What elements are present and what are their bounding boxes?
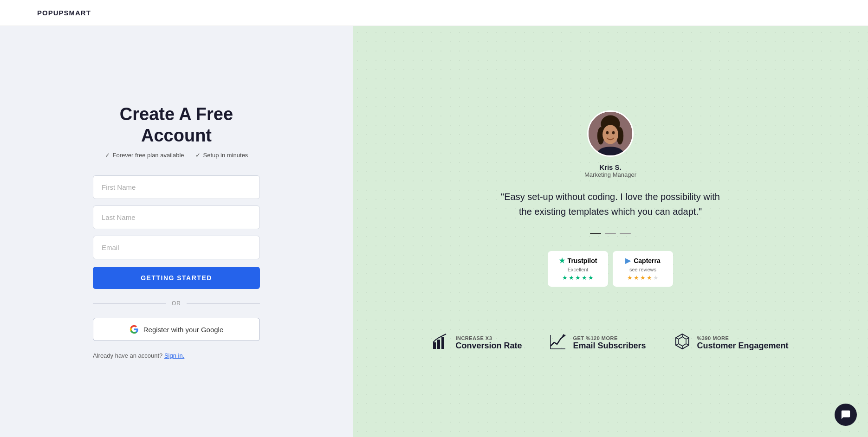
stat-email: GET %120 MORE Email Subscribers [550,333,646,353]
svg-marker-13 [679,337,686,346]
chat-icon [841,410,851,420]
header: POPUPSMART [0,0,868,26]
left-panel: Create A Free Account ✓ Forever free pla… [0,0,353,437]
form-badges: ✓ Forever free plan available ✓ Setup in… [93,152,260,159]
line-chart-icon [550,333,566,350]
stat-email-label-main: Email Subscribers [573,341,646,351]
trustpilot-header: ★ Trustpilot [559,257,597,265]
stat-engagement-label-top: %390 MORE [697,335,789,341]
conversion-icon [432,333,449,353]
google-icon [130,325,139,334]
testimonial-quote: "Easy set-up without coding. I love the … [494,189,726,219]
stat-conversion-label-top: INCREASE X3 [455,335,522,341]
capterra-label: see reviews [629,267,656,272]
capterra-icon: ▶ [625,257,631,265]
trustpilot-badge: ★ Trustpilot Excellent ★ ★ ★ ★ ★ [548,251,608,287]
sign-in-prompt: Already have an account? Sign in. [93,352,260,359]
first-name-input[interactable] [93,175,260,199]
divider-text: OR [172,300,181,307]
stat-conversion-text: INCREASE X3 Conversion Rate [455,335,522,351]
email-icon [550,333,566,353]
svg-rect-8 [433,342,436,349]
review-badges: ★ Trustpilot Excellent ★ ★ ★ ★ ★ ▶ [548,251,673,287]
logo: POPUPSMART [37,9,91,17]
bar-chart-icon [432,333,449,350]
badge-setup: ✓ Setup in minutes [195,152,248,159]
form-container: Create A Free Account ✓ Forever free pla… [93,104,260,359]
stats-bar: INCREASE X3 Conversion Rate GET %120 MOR… [432,333,788,353]
getting-started-button[interactable]: GETTING STARTED [93,267,260,289]
badge-setup-label: Setup in minutes [203,152,248,159]
form-fields [93,175,260,259]
carousel-dots [590,233,631,234]
trustpilot-stars: ★ ★ ★ ★ ★ [562,274,594,281]
right-panel: Kris S. Marketing Manager "Easy set-up w… [353,0,868,437]
last-name-input[interactable] [93,206,260,229]
stat-email-text: GET %120 MORE Email Subscribers [573,335,646,351]
sign-in-link[interactable]: Sign in. [164,352,184,359]
carousel-dot-2[interactable] [605,233,616,234]
person-name: Kris S. [599,163,622,171]
email-input[interactable] [93,236,260,259]
capterra-badge: ▶ Capterra see reviews ★ ★ ★ ★ ★ [613,251,673,287]
trustpilot-label: Excellent [568,267,589,272]
avatar-image [589,110,632,157]
svg-point-4 [602,125,618,144]
svg-point-5 [606,131,609,134]
stat-engagement-label-main: Customer Engagement [697,341,789,351]
divider-line-left [93,303,166,304]
stat-engagement-text: %390 MORE Customer Engagement [697,335,789,351]
capterra-header: ▶ Capterra [625,257,661,265]
testimonial-area: Kris S. Marketing Manager "Easy set-up w… [494,110,726,310]
stat-email-label-top: GET %120 MORE [573,335,646,341]
person-role: Marketing Manager [584,171,636,178]
avatar [587,110,634,157]
engagement-icon [674,333,691,353]
stat-engagement: %390 MORE Customer Engagement [674,333,789,353]
stat-conversion: INCREASE X3 Conversion Rate [432,333,522,353]
carousel-dot-1[interactable] [590,233,601,234]
check-icon-2: ✓ [195,152,201,159]
divider-line-right [187,303,260,304]
carousel-dot-3[interactable] [620,233,631,234]
page-title: Create A Free Account [93,104,260,146]
svg-rect-10 [441,337,444,349]
or-divider: OR [93,300,260,307]
badge-free-plan: ✓ Forever free plan available [105,152,184,159]
trustpilot-name: Trustpilot [568,257,597,264]
svg-point-6 [612,131,615,134]
capterra-name: Capterra [634,257,661,264]
hexagon-icon [674,333,691,350]
google-register-button[interactable]: Register with your Google [93,318,260,341]
check-icon-1: ✓ [105,152,110,159]
capterra-stars: ★ ★ ★ ★ ★ [627,274,659,281]
google-button-label: Register with your Google [143,326,224,334]
svg-rect-9 [437,340,440,349]
chat-button[interactable] [835,404,857,426]
badge-free-plan-label: Forever free plan available [113,152,184,159]
stat-conversion-label-main: Conversion Rate [455,341,522,351]
trustpilot-star-icon: ★ [559,257,565,265]
